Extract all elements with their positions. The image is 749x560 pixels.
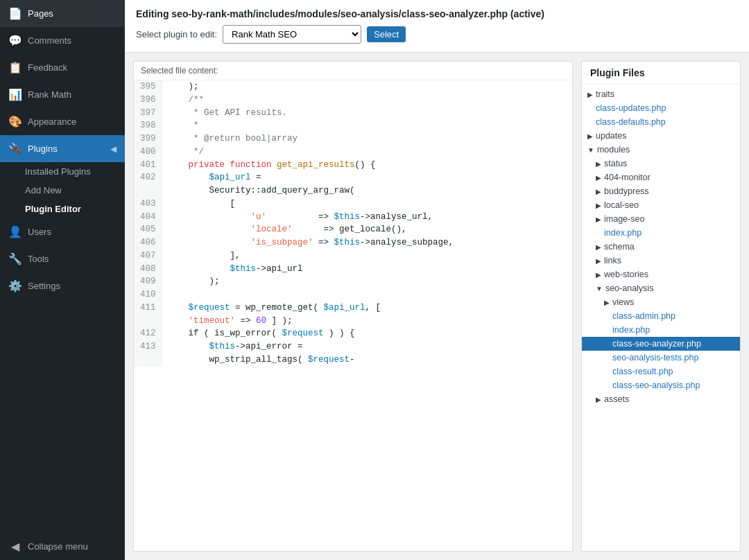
sidebar-item-tools[interactable]: 🔧 Tools <box>0 245 125 272</box>
line-number <box>134 315 162 328</box>
tree-folder[interactable]: ▶updates <box>582 129 740 143</box>
sidebar-sub-installed[interactable]: Installed Plugins <box>25 162 125 181</box>
sidebar-sub-addnew[interactable]: Add New <box>25 181 125 200</box>
sidebar-item-pages[interactable]: 📄 Pages <box>0 0 125 27</box>
file-link[interactable]: class-seo-analysis.php <box>612 380 700 390</box>
page-title: Editing seo-by-rank-math/includes/module… <box>136 8 738 19</box>
folder-label: modules <box>597 145 630 155</box>
line-number: 399 <box>134 132 162 146</box>
file-link[interactable]: class-admin.php <box>612 311 675 321</box>
sidebar-item-comments[interactable]: 💬 Comments <box>0 27 125 54</box>
file-panel-header: Plugin Files <box>582 62 740 85</box>
folder-label: traits <box>596 89 614 99</box>
table-row: 410 <box>134 288 572 301</box>
line-code: * <box>162 119 572 132</box>
table-row: 396 /** <box>134 94 572 107</box>
line-number: 406 <box>134 236 162 250</box>
file-link[interactable]: index.php <box>604 228 642 238</box>
tree-folder[interactable]: ▶schema <box>582 240 740 254</box>
sidebar-item-label: Rank Math <box>28 89 71 100</box>
sidebar-item-label: Comments <box>28 35 71 46</box>
folder-arrow: ▶ <box>596 174 601 182</box>
tree-file[interactable]: class-seo-analyzer.php <box>582 337 740 351</box>
line-code: 'timeout' => 60 ] ); <box>162 315 572 328</box>
tree-file[interactable]: class-seo-analysis.php <box>582 378 740 392</box>
line-code: 'is_subpage' => $this->analyse_subpage, <box>162 236 572 250</box>
folder-label: local-seo <box>604 200 639 210</box>
line-code: 'u' => $this->analyse_url, <box>162 211 572 224</box>
code-area[interactable]: 395 );396 /**397 * Get API results.398 *… <box>134 80 572 551</box>
users-icon: 👤 <box>8 225 22 238</box>
tree-file[interactable]: class-admin.php <box>582 309 740 323</box>
sidebar-item-appearance[interactable]: 🎨 Appearance <box>0 108 125 135</box>
sidebar-item-feedback[interactable]: 📋 Feedback <box>0 54 125 81</box>
page-header: Editing seo-by-rank-math/includes/module… <box>125 0 749 53</box>
tree-folder[interactable]: ▶web-stories <box>582 268 740 281</box>
line-code: Security::add_query_arg_raw( <box>162 184 572 198</box>
plugins-icon: 🔌 <box>8 142 22 155</box>
tree-folder[interactable]: ▶buddypress <box>582 184 740 198</box>
tree-folder[interactable]: ▶views <box>582 295 740 309</box>
sidebar-item-rankmath[interactable]: 📊 Rank Math <box>0 81 125 108</box>
file-link[interactable]: class-updates.php <box>596 103 666 113</box>
sidebar-item-label: Feedback <box>28 62 67 73</box>
feedback-icon: 📋 <box>8 61 22 74</box>
folder-arrow: ▼ <box>587 146 594 154</box>
table-row: 398 * <box>134 119 572 132</box>
sidebar-item-plugins[interactable]: 🔌 Plugins ◀ <box>0 135 125 162</box>
line-number <box>134 184 162 198</box>
tree-folder[interactable]: ▼seo-analysis <box>582 281 740 295</box>
table-row: 403 [ <box>134 198 572 211</box>
tree-file[interactable]: class-defaults.php <box>582 115 740 129</box>
sidebar-item-label: Settings <box>28 281 60 291</box>
folder-arrow: ▶ <box>596 243 601 251</box>
table-row: 399 * @return bool|array <box>134 132 572 146</box>
file-link[interactable]: seo-analysis-tests.php <box>612 353 698 362</box>
folder-label: schema <box>604 242 635 252</box>
line-number: 413 <box>134 340 162 353</box>
line-code: $api_url = <box>162 171 572 184</box>
line-code: [ <box>162 198 572 211</box>
folder-label: links <box>604 256 621 265</box>
line-code: private function get_api_results() { <box>162 159 572 172</box>
sidebar-sub-editor[interactable]: Plugin Editor <box>25 200 125 218</box>
line-code: wp_strip_all_tags( $request- <box>162 353 572 367</box>
sidebar-item-settings[interactable]: ⚙️ Settings <box>0 272 125 299</box>
tree-file[interactable]: index.php <box>582 226 740 240</box>
folder-arrow: ▶ <box>596 188 601 195</box>
table-row: 406 'is_subpage' => $this->analyse_subpa… <box>134 236 572 250</box>
tree-folder[interactable]: ▶404-monitor <box>582 170 740 184</box>
file-link[interactable]: class-result.php <box>612 367 673 376</box>
tree-folder[interactable]: ▶local-seo <box>582 198 740 212</box>
line-code: $this->api_url <box>162 263 572 276</box>
tree-folder[interactable]: ▼modules <box>582 143 740 157</box>
table-row: 409 ); <box>134 275 572 288</box>
line-number: 401 <box>134 159 162 172</box>
tree-folder[interactable]: ▶links <box>582 254 740 268</box>
tree-folder[interactable]: ▶assets <box>582 392 740 406</box>
line-code: 'locale' => get_locale(), <box>162 223 572 236</box>
table-row: 405 'locale' => get_locale(), <box>134 223 572 236</box>
tree-file[interactable]: index.php <box>582 323 740 337</box>
file-link[interactable]: class-defaults.php <box>596 117 666 127</box>
file-link[interactable]: index.php <box>612 325 650 335</box>
select-button[interactable]: Select <box>367 26 406 42</box>
line-number: 409 <box>134 275 162 288</box>
tree-folder[interactable]: ▶image-seo <box>582 212 740 226</box>
tree-file[interactable]: class-updates.php <box>582 101 740 115</box>
line-number: 408 <box>134 263 162 276</box>
tree-folder[interactable]: ▶traits <box>582 87 740 101</box>
table-row: 400 */ <box>134 146 572 159</box>
sidebar-item-users[interactable]: 👤 Users <box>0 218 125 245</box>
select-label: Select plugin to edit: <box>136 29 217 40</box>
appearance-icon: 🎨 <box>8 115 22 128</box>
plugins-submenu: Installed Plugins Add New Plugin Editor <box>0 162 125 218</box>
tree-folder[interactable]: ▶status <box>582 157 740 170</box>
tree-file[interactable]: class-result.php <box>582 365 740 378</box>
folder-label: seo-analysis <box>605 283 653 293</box>
sidebar-item-label: Plugins <box>28 143 58 154</box>
tree-file[interactable]: seo-analysis-tests.php <box>582 351 740 365</box>
plugin-select[interactable]: Rank Math SEO <box>223 25 361 44</box>
sidebar-collapse[interactable]: ◀ Collapse menu <box>0 533 125 560</box>
folder-label: image-seo <box>604 214 644 224</box>
